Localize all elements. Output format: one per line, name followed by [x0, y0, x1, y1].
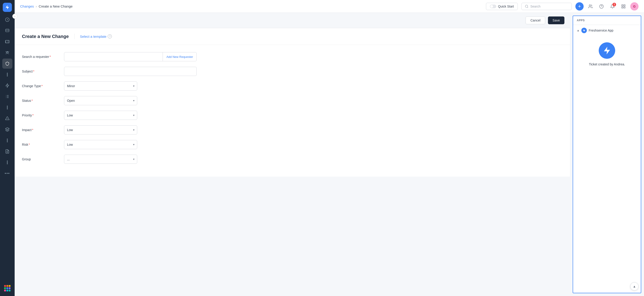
subject-input[interactable] [64, 67, 197, 76]
sidebar-item-changes[interactable] [2, 58, 12, 68]
avatar[interactable]: G [630, 2, 638, 10]
group-select[interactable]: ... IT Support Network Database [64, 155, 137, 164]
risk-select-wrapper: Low Medium High ▾ [64, 140, 137, 149]
breadcrumb-separator: › [36, 4, 37, 8]
requester-control: Add New Requester [64, 52, 197, 61]
breadcrumb-parent[interactable]: Changes [20, 4, 34, 8]
group-control: ... IT Support Network Database ▾ [64, 155, 197, 164]
freshservice-app-icon [581, 28, 587, 33]
svg-rect-23 [624, 4, 625, 6]
freshservice-row: ▲ Freshservice App [577, 28, 637, 33]
group-select-wrapper: ... IT Support Network Database ▾ [64, 155, 137, 164]
apps-panel-title: APPS [577, 19, 637, 22]
add-requester-button[interactable]: Add New Requester [162, 52, 197, 61]
status-label: Status* [22, 99, 58, 102]
apps-icon-button[interactable] [619, 2, 628, 10]
status-select[interactable]: Open Planning Awaiting Approval Pending … [64, 96, 137, 105]
svg-point-11 [7, 140, 8, 141]
sidebar-item-lightning[interactable] [2, 80, 12, 90]
sidebar-logo[interactable] [3, 3, 12, 12]
svg-point-16 [7, 162, 8, 163]
sidebar-item-list[interactable] [2, 92, 12, 102]
svg-point-6 [7, 76, 8, 76]
svg-point-7 [7, 106, 8, 106]
sidebar-dots-1[interactable] [2, 70, 12, 80]
subject-control [64, 67, 197, 76]
status-control: Open Planning Awaiting Approval Pending … [64, 96, 197, 105]
notification-icon-button[interactable]: 1 [608, 2, 616, 10]
select-template-label: Select a template [80, 34, 106, 38]
search-icon [525, 4, 528, 8]
team-icon-button[interactable] [586, 2, 594, 10]
save-button[interactable]: Save [548, 16, 564, 24]
svg-point-10 [7, 139, 8, 140]
help-icon-button[interactable] [597, 2, 606, 10]
priority-select-wrapper: Low Medium High Urgent ▾ [64, 111, 137, 120]
impact-select[interactable]: Low Medium High [64, 125, 137, 134]
breadcrumb-current: Create a New Change [39, 4, 72, 8]
risk-row: Risk* Low Medium High ▾ [22, 140, 562, 149]
quick-start-toggle[interactable] [490, 4, 496, 8]
impact-label: Impact* [22, 128, 58, 132]
search-placeholder: Search [530, 4, 540, 8]
scroll-to-top-button[interactable]: ▲ [630, 282, 638, 290]
sidebar-item-home[interactable] [2, 15, 12, 25]
impact-required: * [32, 128, 33, 132]
sidebar-dots-2[interactable] [2, 102, 12, 112]
quick-start-button[interactable]: Quick Start [486, 3, 518, 10]
sidebar-dots-3[interactable] [2, 136, 12, 146]
freshservice-app-name: Freshservice App [589, 28, 613, 32]
subject-label-text: Subject [22, 70, 33, 73]
svg-rect-24 [622, 7, 623, 8]
freshservice-collapse-icon[interactable]: ▲ [577, 29, 580, 32]
risk-control: Low Medium High ▾ [64, 140, 197, 149]
change-type-select-wrapper: Minor Standard Emergency Major ▾ [64, 82, 137, 90]
header: Changes › Create a New Change Quick Star… [15, 0, 644, 13]
form-body: Search a requester* Add New Requester [15, 45, 570, 176]
search-bar[interactable]: Search [522, 3, 572, 10]
form-toolbar: Cancel Save [15, 13, 570, 28]
priority-label: Priority* [22, 114, 58, 117]
sidebar-item-document[interactable] [2, 146, 12, 156]
apps-panel-message: Ticket created by Andrea. [589, 62, 625, 66]
requester-row: Search a requester* Add New Requester [22, 52, 562, 61]
sidebar-item-layers[interactable] [2, 124, 12, 134]
svg-point-4 [7, 73, 8, 74]
group-row: Group ... IT Support Network Database [22, 155, 562, 164]
sidebar-item-warning[interactable] [2, 114, 12, 124]
svg-point-15 [7, 161, 8, 162]
risk-select[interactable]: Low Medium High [64, 140, 137, 149]
sidebar-item-bugs[interactable] [2, 48, 12, 58]
status-select-wrapper: Open Planning Awaiting Approval Pending … [64, 96, 137, 105]
svg-point-12 [7, 142, 8, 142]
main-wrapper: Changes › Create a New Change Quick Star… [15, 0, 644, 296]
group-label: Group [22, 158, 58, 161]
sidebar-app-launcher[interactable] [2, 283, 12, 293]
sidebar-item-inbox[interactable] [2, 26, 12, 36]
change-type-label-text: Change Type [22, 84, 41, 88]
status-label-text: Status [22, 99, 31, 102]
cancel-button[interactable]: Cancel [526, 16, 545, 24]
sidebar-item-tickets[interactable] [2, 36, 12, 47]
create-button[interactable]: + [576, 2, 584, 10]
sidebar: › [0, 0, 15, 296]
impact-label-text: Impact [22, 128, 32, 132]
requester-label: Search a requester* [22, 55, 58, 58]
help-icon [599, 4, 604, 9]
apps-icon [621, 4, 626, 9]
sidebar-item-more[interactable]: ••• [2, 168, 12, 178]
notification-badge: 1 [612, 3, 616, 6]
select-template-link[interactable]: Select a template ? [80, 34, 112, 38]
quick-start-label: Quick Start [498, 4, 514, 8]
risk-label-text: Risk [22, 143, 28, 146]
sidebar-dots-4[interactable] [2, 158, 12, 168]
header-icons: + 1 G [576, 2, 638, 10]
sidebar-toggle[interactable]: › [12, 14, 18, 19]
status-required: * [32, 99, 33, 102]
svg-rect-25 [624, 7, 625, 8]
priority-select[interactable]: Low Medium High Urgent [64, 111, 137, 120]
change-type-select[interactable]: Minor Standard Emergency Major [64, 82, 137, 90]
team-icon [588, 4, 593, 9]
status-row: Status* Open Planning Awaiting Approval … [22, 96, 562, 105]
svg-point-5 [7, 74, 8, 75]
